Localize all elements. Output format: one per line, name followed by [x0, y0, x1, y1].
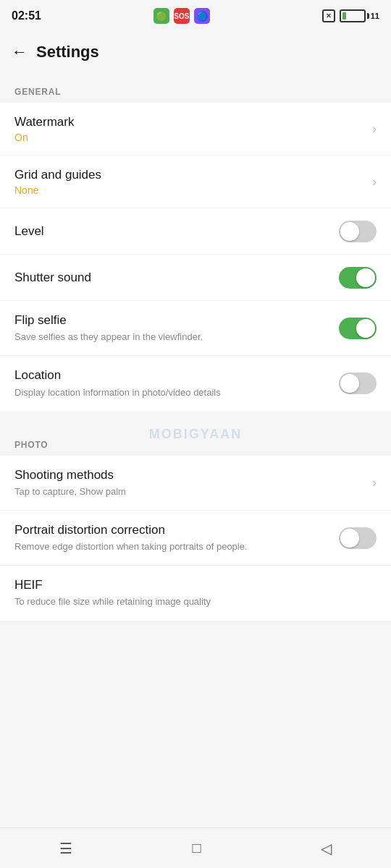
location-desc: Display location information in photo/vi… — [14, 386, 330, 399]
nav-back-icon[interactable]: ◁ — [306, 834, 346, 863]
watermark-text-block: Watermark On — [14, 114, 372, 143]
page-title: Settings — [36, 43, 99, 61]
portrait-distortion-label: Portrait distortion correction — [14, 522, 330, 538]
navigation-bar: ☰ □ ◁ — [0, 827, 391, 868]
grid-guides-chevron-icon: › — [372, 174, 377, 190]
location-text-block: Location Display location information in… — [14, 367, 339, 399]
setting-flip-selfie: Flip selfie Save selfies as they appear … — [0, 301, 391, 356]
shutter-sound-toggle[interactable] — [339, 267, 377, 289]
shooting-methods-chevron-icon: › — [372, 475, 377, 490]
watermark-value: On — [14, 132, 363, 143]
header: ← Settings — [0, 32, 391, 72]
location-toggle[interactable] — [339, 373, 377, 394]
status-time: 02:51 — [12, 9, 41, 22]
setting-shutter-sound: Shutter sound — [0, 255, 391, 301]
setting-level: Level — [0, 208, 391, 255]
section-header-photo: PHOTO — [0, 425, 391, 456]
flip-selfie-text-block: Flip selfie Save selfies as they appear … — [14, 312, 339, 344]
shutter-sound-text-block: Shutter sound — [14, 270, 339, 286]
grid-guides-text-block: Grid and guides None — [14, 167, 372, 196]
portrait-distortion-text-block: Portrait distortion correction Remove ed… — [14, 522, 339, 553]
nav-menu-icon[interactable]: ☰ — [45, 834, 87, 863]
level-toggle-knob — [340, 222, 359, 241]
portrait-distortion-desc: Remove edge distortion when taking portr… — [14, 540, 330, 553]
level-label: Level — [14, 224, 330, 239]
battery-body — [340, 9, 366, 22]
location-label: Location — [14, 367, 330, 383]
location-toggle-knob — [340, 374, 359, 393]
section-divider-1 — [0, 411, 391, 425]
battery-level: 11 — [371, 12, 379, 20]
battery-x-icon: ✕ — [322, 9, 335, 22]
shooting-methods-label: Shooting methods — [14, 467, 363, 483]
flip-selfie-toggle[interactable] — [339, 318, 377, 339]
back-button[interactable]: ← — [12, 44, 28, 60]
watermark-label: Watermark — [14, 114, 363, 130]
shooting-methods-text-block: Shooting methods Tap to capture, Show pa… — [14, 467, 372, 498]
settings-content: GENERAL Watermark On › Grid and guides N… — [0, 72, 391, 827]
battery-fill — [342, 12, 347, 20]
shutter-sound-toggle-knob — [356, 268, 375, 287]
portrait-distortion-toggle-knob — [340, 529, 359, 548]
setting-grid-guides[interactable]: Grid and guides None › — [0, 156, 391, 208]
heif-desc: To reduce file size while retaining imag… — [14, 595, 368, 608]
heif-label: HEIF — [14, 577, 368, 593]
shooting-methods-desc: Tap to capture, Show palm — [14, 485, 363, 498]
grid-guides-label: Grid and guides — [14, 167, 363, 183]
battery-indicator: 11 — [340, 9, 379, 22]
flip-selfie-toggle-knob — [356, 319, 375, 338]
setting-watermark[interactable]: Watermark On › — [0, 103, 391, 156]
app-icon-3: 🔵 — [194, 8, 210, 24]
photo-settings-group: Shooting methods Tap to capture, Show pa… — [0, 456, 391, 621]
nav-home-icon[interactable]: □ — [177, 834, 215, 862]
heif-text-block: HEIF To reduce file size while retaining… — [14, 577, 377, 608]
flip-selfie-desc: Save selfies as they appear in the viewf… — [14, 331, 330, 344]
grid-guides-value: None — [14, 184, 363, 196]
status-app-icons: 🟢 SOS 🔵 — [154, 8, 210, 24]
section-header-general: GENERAL — [0, 72, 391, 103]
setting-shooting-methods[interactable]: Shooting methods Tap to capture, Show pa… — [0, 456, 391, 511]
watermark-chevron-icon: › — [372, 122, 377, 137]
level-toggle[interactable] — [339, 221, 377, 242]
flip-selfie-label: Flip selfie — [14, 312, 330, 328]
app-icon-2: SOS — [174, 8, 190, 24]
battery-tip — [367, 13, 369, 19]
app-icon-1: 🟢 — [154, 8, 169, 24]
shutter-sound-label: Shutter sound — [14, 270, 330, 286]
status-bar: 02:51 🟢 SOS 🔵 ✕ 11 — [0, 0, 391, 32]
portrait-distortion-toggle[interactable] — [339, 527, 377, 549]
general-settings-group: Watermark On › Grid and guides None › Le… — [0, 103, 391, 411]
setting-location: Location Display location information in… — [0, 356, 391, 410]
level-text-block: Level — [14, 224, 339, 239]
status-battery-area: ✕ 11 — [322, 9, 379, 22]
setting-portrait-distortion: Portrait distortion correction Remove ed… — [0, 511, 391, 566]
setting-heif[interactable]: HEIF To reduce file size while retaining… — [0, 566, 391, 620]
